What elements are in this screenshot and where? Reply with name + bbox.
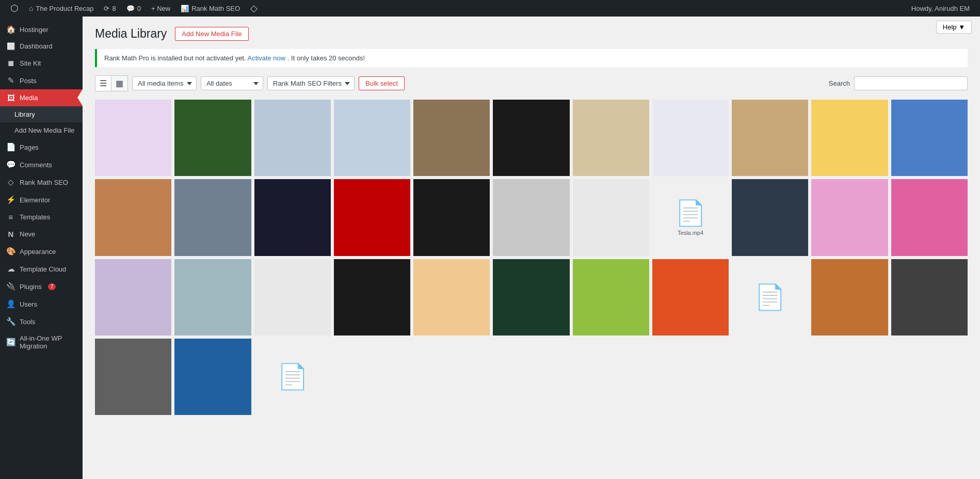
add-new-media-button[interactable]: Add New Media File	[175, 27, 248, 41]
wp-icon: ⬡	[10, 4, 19, 13]
sidebar-item-template-cloud[interactable]: ☁ Template Cloud	[0, 260, 83, 278]
media-item[interactable]	[891, 179, 968, 256]
media-item[interactable]	[95, 179, 171, 256]
sidebar-item-site-kit[interactable]: ◼ Site Kit	[0, 54, 83, 72]
media-item[interactable]	[811, 179, 888, 256]
sidebar-item-elementor[interactable]: ⚡ Elementor	[0, 191, 83, 209]
media-item[interactable]	[413, 100, 490, 176]
media-item[interactable]	[254, 179, 331, 256]
sidebar-item-label: Pages	[20, 143, 39, 151]
media-item[interactable]	[811, 259, 888, 336]
media-item[interactable]	[174, 259, 251, 336]
sidebar-item-media[interactable]: 🖼 Media	[0, 89, 83, 106]
sidebar-item-dashboard[interactable]: ⬜ Dashboard	[0, 38, 83, 54]
media-item[interactable]	[334, 179, 410, 256]
site-name-link[interactable]: ⌂ The Product Recap	[24, 0, 99, 17]
elementor-icon: ⚡	[6, 195, 15, 204]
sidebar-item-comments[interactable]: 💬 Comments	[0, 156, 83, 173]
media-item[interactable]: 📄 Tesla.mp4	[652, 179, 729, 256]
bulk-select-button[interactable]: Bulk select	[359, 76, 405, 90]
rank-math-badge[interactable]: ◇	[245, 0, 263, 17]
rank-math-label: Rank Math SEO	[191, 5, 240, 12]
media-item[interactable]: 📄	[254, 339, 331, 415]
media-item[interactable]	[732, 179, 808, 256]
howdy-text[interactable]: Howdy, Anirudh EM	[911, 5, 970, 12]
media-item[interactable]	[573, 179, 649, 256]
filter-media-select[interactable]: All media items Images Audio Video Docum…	[132, 76, 197, 90]
all-in-one-icon: 🔄	[6, 338, 15, 347]
comments-count: 0	[137, 5, 141, 12]
media-item[interactable]	[95, 339, 171, 415]
media-item[interactable]	[95, 259, 171, 336]
activate-link[interactable]: Activate now	[248, 54, 286, 62]
page-title: Media Library	[95, 27, 167, 41]
add-new-label: Add New Media File	[182, 30, 242, 38]
view-toggle: ☰ ▦	[95, 75, 128, 91]
new-content-link[interactable]: + New	[146, 0, 175, 17]
media-item[interactable]	[254, 100, 331, 176]
media-item[interactable]	[891, 100, 968, 176]
sidebar: 🏠 Hostinger ⬜ Dashboard ◼ Site Kit ✎ Pos…	[0, 17, 83, 479]
updates-link[interactable]: ⟳ 8	[99, 0, 121, 17]
sidebar-item-neve[interactable]: N Neve	[0, 226, 83, 243]
sidebar-item-appearance[interactable]: 🎨 Appearance	[0, 243, 83, 260]
help-button[interactable]: Help ▼	[936, 21, 972, 34]
sidebar-item-pages[interactable]: 📄 Pages	[0, 138, 83, 156]
grid-view-icon: ▦	[116, 79, 123, 88]
rank-math-link[interactable]: 📊 Rank Math SEO	[175, 0, 245, 17]
media-item[interactable]	[493, 100, 569, 176]
users-icon: 👤	[6, 299, 15, 309]
media-item[interactable]	[493, 179, 569, 256]
sidebar-item-users[interactable]: 👤 Users	[0, 295, 83, 313]
comments-link[interactable]: 💬 0	[121, 0, 146, 17]
sidebar-item-rank-math[interactable]: ◇ Rank Math SEO	[0, 173, 83, 191]
sidebar-item-add-new-media[interactable]: Add New Media File	[0, 122, 83, 138]
sidebar-item-label: Dashboard	[20, 42, 53, 50]
media-item[interactable]	[573, 100, 649, 176]
media-item[interactable]: 📄	[732, 259, 808, 336]
sidebar-item-tools[interactable]: 🔧 Tools	[0, 313, 83, 330]
media-item[interactable]	[891, 259, 968, 336]
sidebar-item-label: Posts	[20, 77, 37, 85]
new-label: + New	[151, 5, 170, 12]
site-name: The Product Recap	[36, 5, 93, 12]
neve-icon: N	[6, 230, 15, 238]
updates-icon: ⟳	[104, 5, 109, 12]
media-item[interactable]	[652, 259, 729, 336]
media-item[interactable]	[493, 259, 569, 336]
sidebar-item-hostinger[interactable]: 🏠 Hostinger	[0, 21, 83, 38]
sidebar-item-label: Elementor	[20, 196, 50, 204]
media-item[interactable]	[174, 179, 251, 256]
comments-icon: 💬	[6, 160, 15, 169]
media-item[interactable]	[254, 259, 331, 336]
sidebar-item-posts[interactable]: ✎ Posts	[0, 72, 83, 89]
media-item[interactable]	[334, 259, 410, 336]
media-item[interactable]	[174, 339, 251, 415]
filter-dates-select[interactable]: All dates January 2024 February 2024	[201, 76, 263, 90]
media-item[interactable]	[95, 100, 171, 176]
sidebar-item-all-in-one[interactable]: 🔄 All-in-One WP Migration	[0, 330, 83, 354]
sidebar-item-library[interactable]: Library	[0, 106, 83, 122]
notice-suffix: . It only takes 20 seconds!	[287, 54, 365, 62]
media-item[interactable]	[573, 259, 649, 336]
file-icon: 📄	[277, 362, 308, 391]
media-item[interactable]	[732, 100, 808, 176]
media-item[interactable]	[174, 100, 251, 176]
search-input[interactable]	[854, 76, 968, 90]
sidebar-item-plugins[interactable]: 🔌 Plugins 7	[0, 278, 83, 295]
dashboard-icon: ⬜	[6, 42, 15, 50]
filter-seo-select[interactable]: Rank Math SEO Filters All Items Items wi…	[267, 76, 355, 90]
media-item[interactable]	[652, 100, 729, 176]
list-view-button[interactable]: ☰	[95, 75, 111, 91]
grid-view-button[interactable]: ▦	[111, 75, 128, 91]
media-item[interactable]	[413, 179, 490, 256]
file-icon: 📄	[754, 283, 785, 312]
media-item[interactable]	[811, 100, 888, 176]
notice-text: Rank Math Pro is installed but not activ…	[104, 54, 246, 62]
media-item[interactable]	[334, 100, 410, 176]
help-label: Help ▼	[943, 23, 965, 31]
media-item[interactable]	[413, 259, 490, 336]
sidebar-item-templates[interactable]: ≡ Templates	[0, 209, 83, 226]
wp-logo[interactable]: ⬡	[5, 0, 24, 17]
appearance-icon: 🎨	[6, 247, 15, 256]
